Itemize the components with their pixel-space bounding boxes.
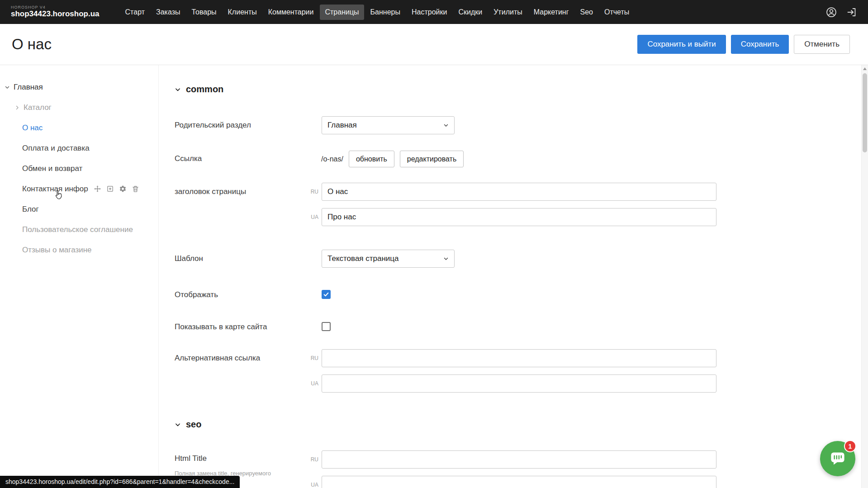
sidebar-item-user-agreement[interactable]: Пользовательское соглашение <box>0 219 158 240</box>
alt-link-ru-input[interactable] <box>322 349 716 367</box>
nav-item-clients[interactable]: Клиенты <box>223 5 262 20</box>
scrollbar-thumb[interactable] <box>863 73 867 152</box>
sidebar-item-blog[interactable]: Блог <box>0 199 158 219</box>
field-row-sitemap: Показывать в карте сайта <box>175 322 868 332</box>
sidebar-item-label: Главная <box>14 83 43 92</box>
field-row-link: Ссылка /o-nas/ обновить редактировать <box>175 151 868 167</box>
link-path-value: /o-nas/ <box>321 155 343 163</box>
sidebar-item-exchange-return[interactable]: Обмен и возврат <box>0 158 158 179</box>
field-label: Родительский раздел <box>175 116 307 134</box>
tree-item-actions <box>94 185 139 193</box>
vertical-scrollbar[interactable] <box>861 65 868 488</box>
nav-item-marketing[interactable]: Маркетинг <box>529 5 574 20</box>
move-icon[interactable] <box>94 185 101 193</box>
page-header: О нас Сохранить и выйти Сохранить Отмени… <box>0 24 868 65</box>
logout-icon[interactable] <box>846 7 857 18</box>
lang-tag-ua: UA <box>307 380 318 387</box>
content-area: Главная Каталог О нас Оплата и доставка … <box>0 65 868 488</box>
topbar: HOROSHOP V4 shop34423.horoshop.ua Старт … <box>0 0 868 24</box>
nav-item-settings[interactable]: Настройки <box>407 5 452 20</box>
field-row-template: Шаблон Текстовая страница <box>175 250 868 268</box>
status-url-tooltip: shop34423.horoshop.ua/edit/edit.php?id=6… <box>0 476 240 488</box>
select-value: Текстовая страница <box>327 254 399 263</box>
chat-icon <box>830 451 846 466</box>
save-and-exit-button[interactable]: Сохранить и выйти <box>637 35 726 54</box>
chat-widget-button[interactable]: 1 <box>820 441 855 476</box>
nav-item-discounts[interactable]: Скидки <box>453 5 487 20</box>
field-row-parent-section: Родительский раздел Главная <box>175 116 868 134</box>
html-title-ru-input[interactable] <box>322 450 716 469</box>
top-navigation: Старт Заказы Товары Клиенты Комментарии … <box>120 5 635 20</box>
chevron-down-icon <box>175 86 181 93</box>
field-label: Отображать <box>175 290 307 299</box>
nav-item-start[interactable]: Старт <box>120 5 150 20</box>
edit-link-button[interactable]: редактировать <box>400 151 464 167</box>
nav-item-utilities[interactable]: Утилиты <box>489 5 527 20</box>
page-edit-form: common Родительский раздел Главная Ссылк… <box>159 65 868 488</box>
sidebar-item-label: Обмен и возврат <box>22 164 82 173</box>
page-title: О нас <box>12 36 52 53</box>
sidebar-item-label: Контактная инфор <box>22 185 88 194</box>
header-actions: Сохранить и выйти Сохранить Отменить <box>637 35 856 54</box>
field-row-display: Отображать <box>175 290 868 299</box>
section-title: common <box>186 84 223 95</box>
sidebar-item-label: Оплата и доставка <box>22 144 90 153</box>
chevron-right-icon <box>14 105 21 110</box>
section-title: seo <box>186 419 201 430</box>
sidebar-item-label: О нас <box>22 123 43 133</box>
page-title-ru-input[interactable] <box>322 183 716 201</box>
field-label: заголовок страницы <box>175 183 307 226</box>
chevron-down-icon <box>443 256 449 261</box>
sidebar-item-about-us[interactable]: О нас <box>0 118 158 138</box>
sidebar-item-store-reviews[interactable]: Отзывы о магазине <box>0 240 158 260</box>
settings-icon[interactable] <box>119 185 127 193</box>
lang-tag-ua: UA <box>307 214 318 220</box>
sidebar-item-contact-info[interactable]: Контактная инфор <box>0 179 158 199</box>
nav-item-products[interactable]: Товары <box>187 5 222 20</box>
select-value: Главная <box>327 121 357 130</box>
sidebar-item-label: Отзывы о магазине <box>22 246 92 255</box>
template-select[interactable]: Текстовая страница <box>322 250 455 268</box>
cancel-button[interactable]: Отменить <box>794 35 850 54</box>
alt-link-ua-input[interactable] <box>322 374 716 393</box>
display-checkbox[interactable] <box>322 290 331 299</box>
field-label: Шаблон <box>175 250 307 268</box>
chat-unread-badge: 1 <box>844 440 856 452</box>
field-row-html-title: Html Title Полная замена title, генериру… <box>175 450 868 488</box>
nav-item-comments[interactable]: Комментарии <box>263 5 319 20</box>
nav-item-seo[interactable]: Seo <box>575 5 598 20</box>
sidebar-item-payment-delivery[interactable]: Оплата и доставка <box>0 138 158 158</box>
nav-item-orders[interactable]: Заказы <box>151 5 185 20</box>
chevron-down-icon <box>5 85 11 90</box>
user-account-icon[interactable] <box>825 6 837 18</box>
field-label: Html Title <box>175 450 307 463</box>
section-seo-header[interactable]: seo <box>175 419 868 430</box>
field-label: Ссылка <box>175 151 307 167</box>
chevron-down-icon <box>443 123 449 128</box>
app-logo[interactable]: HOROSHOP V4 shop34423.horoshop.ua <box>11 5 100 19</box>
parent-section-select[interactable]: Главная <box>322 116 455 134</box>
lang-tag-ru: RU <box>307 355 318 361</box>
lang-tag-ru: RU <box>307 456 318 463</box>
field-label: Показывать в карте сайта <box>175 322 307 332</box>
field-row-alt-link: Альтернативная ссылка RU UA <box>175 349 868 393</box>
pages-tree-sidebar: Главная Каталог О нас Оплата и доставка … <box>0 65 159 488</box>
sidebar-item-home[interactable]: Главная <box>0 77 158 97</box>
save-button[interactable]: Сохранить <box>731 35 789 54</box>
sitemap-checkbox[interactable] <box>322 322 331 331</box>
sidebar-item-catalog[interactable]: Каталог <box>0 97 158 118</box>
section-common-header[interactable]: common <box>175 84 868 95</box>
nav-item-banners[interactable]: Баннеры <box>365 5 405 20</box>
html-title-ua-input[interactable] <box>322 476 716 488</box>
field-label: Альтернативная ссылка <box>175 349 307 393</box>
checkmark-icon <box>323 291 329 298</box>
page-title-ua-input[interactable] <box>322 208 716 226</box>
refresh-link-button[interactable]: обновить <box>349 151 394 167</box>
add-icon[interactable] <box>106 185 114 193</box>
chevron-down-icon <box>175 422 181 428</box>
delete-icon[interactable] <box>132 185 139 193</box>
nav-item-pages[interactable]: Страницы <box>320 5 364 20</box>
logo-domain: shop34423.horoshop.ua <box>11 10 100 19</box>
nav-item-reports[interactable]: Отчеты <box>599 5 634 20</box>
scroll-up-arrow-icon[interactable] <box>863 67 867 70</box>
